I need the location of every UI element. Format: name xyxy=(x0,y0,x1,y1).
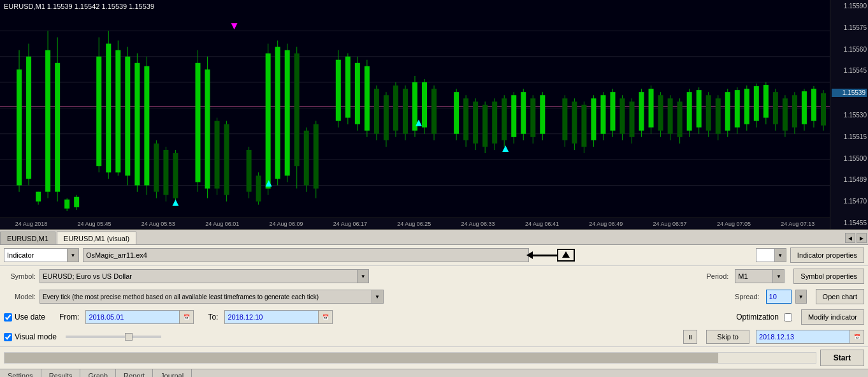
svg-rect-79 xyxy=(403,89,408,134)
svg-rect-35 xyxy=(154,144,159,192)
time-9: 24 Aug 06:49 xyxy=(589,221,623,227)
spread-dropdown-arrow[interactable]: ▼ xyxy=(795,290,807,304)
optimization-label: Optimization xyxy=(736,313,779,322)
period-label: Period: xyxy=(707,272,729,280)
model-label: Model: xyxy=(4,293,36,300)
period-dropdown-arrow[interactable]: ▼ xyxy=(773,269,785,283)
to-date-input[interactable] xyxy=(224,310,319,324)
right-dropdown-arrow[interactable]: ▼ xyxy=(775,248,786,262)
svg-rect-87 xyxy=(454,92,459,134)
svg-rect-103 xyxy=(530,98,535,137)
svg-rect-49 xyxy=(247,150,252,192)
modify-indicator-btn[interactable]: Modify indicator xyxy=(801,309,864,325)
speed-slider[interactable] xyxy=(66,336,161,338)
bottom-tab-report[interactable]: Report xyxy=(116,369,153,377)
svg-rect-107 xyxy=(562,98,567,140)
from-date-wrapper: 📅 xyxy=(85,310,194,324)
tab-eurusd-m1-visual[interactable]: EURUSD,M1 (visual) xyxy=(57,232,136,244)
up-arrow-icon xyxy=(562,251,570,258)
optimization-checkbox[interactable] xyxy=(784,313,792,322)
svg-rect-131 xyxy=(677,101,683,137)
spread-label: Spread: xyxy=(735,293,760,300)
pause-btn[interactable]: ⏸ xyxy=(683,330,697,344)
svg-rect-33 xyxy=(144,66,149,186)
visual-mode-row: Visual mode ⏸ Skip to 📅 xyxy=(0,327,868,347)
from-date-input[interactable] xyxy=(85,310,180,324)
svg-rect-89 xyxy=(463,98,468,140)
spread-input[interactable] xyxy=(766,290,792,304)
svg-rect-47 xyxy=(224,124,229,195)
speed-slider-container xyxy=(66,336,677,338)
svg-rect-161 xyxy=(821,93,826,125)
model-dropdown-arrow[interactable]: ▼ xyxy=(372,290,384,304)
svg-marker-166 xyxy=(502,145,509,152)
time-12: 24 Aug 07:13 xyxy=(781,221,814,227)
chart-title: EURUSD,M1 1.15539 1.15542 1.15539 1.1553… xyxy=(4,3,154,10)
visual-mode-checkbox[interactable] xyxy=(4,333,12,341)
svg-rect-149 xyxy=(763,85,769,117)
box-content xyxy=(562,251,570,259)
use-date-checkbox[interactable] xyxy=(4,313,12,322)
skip-cal-btn[interactable]: 📅 xyxy=(850,330,864,344)
arrow-head-left xyxy=(526,251,533,259)
skip-to-btn[interactable]: Skip to xyxy=(706,330,749,344)
svg-rect-121 xyxy=(630,101,635,137)
symbol-dropdown-arrow[interactable]: ▼ xyxy=(358,269,369,283)
to-cal-btn[interactable]: 📅 xyxy=(319,310,333,324)
bottom-tabs: Settings Results Graph Report Journal xyxy=(0,369,868,377)
indicator-row: Indicator ▼ xyxy=(0,245,868,266)
price-4: 1.15545 xyxy=(832,67,867,74)
skip-to-date-input[interactable] xyxy=(756,330,850,344)
price-1: 1.15590 xyxy=(832,3,867,10)
tab-bar: EURUSD,M1 EURUSD,M1 (visual) ◄ ► xyxy=(0,230,868,245)
indicator-type-wrapper: Indicator ▼ xyxy=(4,248,79,262)
bottom-tab-settings[interactable]: Settings xyxy=(0,369,41,377)
time-0: 24 Aug 2018 xyxy=(15,221,48,227)
tab-nav-prev[interactable]: ◄ xyxy=(845,233,855,243)
svg-rect-111 xyxy=(581,105,586,147)
bottom-tab-results[interactable]: Results xyxy=(41,369,81,377)
bottom-tab-journal[interactable]: Journal xyxy=(153,369,192,377)
svg-rect-91 xyxy=(473,101,478,144)
model-dropdown[interactable]: Every tick (the most precise method base… xyxy=(40,290,372,304)
symbol-row: Symbol: EURUSD; Euro vs US Dollar ▼ Peri… xyxy=(0,266,868,286)
svg-marker-162 xyxy=(231,23,238,29)
svg-rect-105 xyxy=(540,95,545,134)
svg-rect-43 xyxy=(205,70,210,189)
svg-rect-99 xyxy=(511,95,516,137)
from-cal-btn[interactable]: 📅 xyxy=(180,310,194,324)
svg-rect-41 xyxy=(195,63,200,182)
bottom-tab-graph[interactable]: Graph xyxy=(80,369,116,377)
svg-rect-29 xyxy=(125,57,130,176)
symbol-dropdown[interactable]: EURUSD; Euro vs US Dollar xyxy=(40,269,358,283)
start-btn[interactable]: Start xyxy=(820,350,864,366)
price-current: 1.15539 xyxy=(832,89,867,97)
svg-rect-17 xyxy=(55,63,60,192)
price-3: 1.15560 xyxy=(832,46,867,53)
svg-rect-129 xyxy=(668,98,673,134)
svg-rect-45 xyxy=(215,121,220,189)
svg-rect-69 xyxy=(355,63,360,124)
svg-rect-115 xyxy=(600,95,605,134)
time-7: 24 Aug 06:33 xyxy=(461,221,495,227)
svg-rect-153 xyxy=(783,98,788,130)
indicator-name-input[interactable] xyxy=(83,248,529,262)
svg-rect-135 xyxy=(697,90,702,128)
visual-mode-label: Visual mode xyxy=(15,332,57,341)
svg-rect-133 xyxy=(687,92,692,131)
tab-nav-next[interactable]: ► xyxy=(857,233,867,243)
tab-eurusd-m1[interactable]: EURUSD,M1 xyxy=(0,232,55,244)
open-chart-btn[interactable]: Open chart xyxy=(816,289,864,304)
indicator-properties-btn[interactable]: Indicator properties xyxy=(790,248,864,263)
period-dropdown[interactable]: M1 xyxy=(735,269,773,283)
svg-rect-27 xyxy=(115,50,120,173)
svg-rect-63 xyxy=(314,124,319,189)
price-6: 1.15515 xyxy=(832,133,867,140)
symbol-properties-btn[interactable]: Symbol properties xyxy=(793,269,864,284)
svg-rect-143 xyxy=(735,90,740,128)
right-dropdown[interactable] xyxy=(756,248,775,262)
use-date-label: Use date xyxy=(15,313,45,322)
speed-slider-thumb[interactable] xyxy=(125,333,133,341)
indicator-type-dropdown[interactable]: Indicator xyxy=(4,248,68,262)
indicator-type-arrow[interactable]: ▼ xyxy=(68,248,79,262)
